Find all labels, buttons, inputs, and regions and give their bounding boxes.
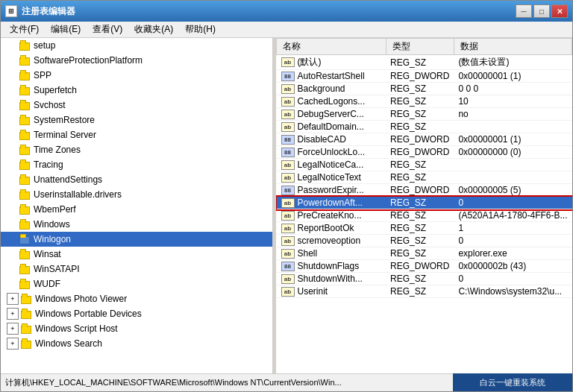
registry-type-cell: REG_SZ	[386, 95, 454, 108]
menu-file[interactable]: 文件(F)	[4, 22, 45, 37]
tree-item-wbemperf[interactable]: WbemPerf	[1, 202, 272, 217]
registry-type-cell: REG_SZ	[386, 247, 454, 260]
tree-label-wbemperf: WbemPerf	[34, 204, 76, 215]
tree-item-svchost[interactable]: Svchost	[1, 98, 272, 113]
tree-item-windows-script-host[interactable]: + Windows Script Host	[1, 321, 272, 336]
registry-type-cell: REG_SZ	[386, 159, 454, 171]
table-row[interactable]: abDebugServerC...REG_SZno	[277, 108, 572, 121]
expand-icon[interactable]: +	[7, 323, 19, 335]
registry-type-cell: REG_SZ	[386, 222, 454, 235]
table-row[interactable]: abLegalNoticeCa...REG_SZ	[277, 159, 572, 171]
table-row[interactable]: abPowerdownAft...REG_SZ0	[277, 197, 572, 209]
table-row[interactable]: 88DisableCADREG_DWORD0x00000001 (1)	[277, 133, 572, 146]
folder-icon	[20, 338, 32, 349]
window-icon: ⊞	[5, 5, 17, 17]
tree-label-tracing: Tracing	[34, 159, 63, 170]
tree-item-winlogon[interactable]: Winlogon	[1, 232, 272, 247]
registry-name-cell: 88ForceUnlockLo...	[277, 146, 386, 159]
registry-type-cell: REG_SZ	[386, 83, 454, 95]
registry-data-cell: 10	[454, 95, 572, 108]
tree-item-time-zones[interactable]: Time Zones	[1, 142, 272, 157]
registry-type-cell: REG_SZ	[386, 285, 454, 298]
tree-item-tracing[interactable]: Tracing	[1, 157, 272, 172]
tree-item-winsatapi[interactable]: WinSATAPI	[1, 262, 272, 276]
registry-name-cell: abUserinit	[277, 285, 386, 298]
folder-icon	[20, 309, 32, 319]
tree-item-winsat[interactable]: Winsat	[1, 247, 272, 262]
tree-item-spp[interactable]: SPP	[1, 68, 272, 83]
registry-type-cell: REG_DWORD	[386, 260, 454, 273]
tree-label-setup: setup	[34, 40, 55, 51]
close-button[interactable]: ✕	[551, 4, 568, 18]
table-row[interactable]: 88AutoRestartShellREG_DWORD0x00000001 (1…	[277, 70, 572, 83]
registry-name-cell: abLegalNoticeText	[277, 171, 386, 184]
table-row[interactable]: 88ForceUnlockLo...REG_DWORD0x00000000 (0…	[277, 146, 572, 159]
menu-view[interactable]: 查看(V)	[87, 22, 128, 37]
menu-edit[interactable]: 编辑(E)	[45, 22, 87, 37]
table-row[interactable]: ab(默认)REG_SZ(数值未设置)	[277, 55, 572, 70]
registry-name-cell: abDefaultDomain...	[277, 121, 386, 133]
registry-name-cell: 88DisableCAD	[277, 133, 386, 146]
registry-type-cell: REG_SZ	[386, 171, 454, 184]
tree-label-windows-search: Windows Search	[35, 338, 102, 349]
expand-icon[interactable]: +	[7, 338, 19, 350]
tree-item-userinstallable[interactable]: Userinstallable.drivers	[1, 187, 272, 202]
registry-tree[interactable]: setup SoftwareProtectionPlatform SPP Sup…	[1, 38, 273, 373]
tree-label-userinstallable: Userinstallable.drivers	[34, 189, 122, 200]
table-row[interactable]: abReportBootOkREG_SZ1	[277, 222, 572, 235]
registry-data-cell	[454, 159, 572, 171]
tree-item-windows-photo-viewer[interactable]: + Windows Photo Viewer	[1, 291, 272, 306]
folder-icon	[19, 70, 31, 80]
folder-icon	[19, 130, 31, 140]
table-row[interactable]: abUserinitREG_SZC:\Windows\system32\u...	[277, 285, 572, 298]
registry-data-cell: 1	[454, 222, 572, 235]
minimize-button[interactable]: ─	[516, 4, 532, 18]
tree-item-systemrestore[interactable]: SystemRestore	[1, 113, 272, 127]
tree-label-wudf: WUDF	[34, 279, 60, 289]
registry-name-cell: 88PasswordExpir...	[277, 184, 386, 197]
registry-name-cell: abDebugServerC...	[277, 108, 386, 121]
registry-data-cell: no	[454, 108, 572, 121]
tree-item-unattendsettings[interactable]: UnattendSettings	[1, 172, 272, 187]
table-row[interactable]: 88PasswordExpir...REG_DWORD0x00000005 (5…	[277, 184, 572, 197]
table-row[interactable]: 88ShutdownFlagsREG_DWORD0x0000002b (43)	[277, 260, 572, 273]
registry-name-cell: abShutdownWith...	[277, 273, 386, 285]
expand-icon[interactable]: +	[7, 308, 19, 320]
tree-item-windows-search[interactable]: + Windows Search	[1, 336, 272, 351]
registry-data-cell	[454, 121, 572, 133]
table-row[interactable]: abCachedLogons...REG_SZ10	[277, 95, 572, 108]
registry-name-cell: abShell	[277, 247, 386, 260]
table-row[interactable]: abPreCreateKno...REG_SZ(A520A1A4-1780-4F…	[277, 209, 572, 222]
registry-type-cell: REG_SZ	[386, 108, 454, 121]
table-row[interactable]: abShutdownWith...REG_SZ0	[277, 273, 572, 285]
expand-icon[interactable]: +	[7, 293, 19, 305]
registry-name-cell: abCachedLogons...	[277, 95, 386, 108]
logo: 白云一键重装系统	[453, 373, 572, 391]
table-row[interactable]: abBackgroundREG_SZ0 0 0	[277, 83, 572, 95]
menu-favorites[interactable]: 收藏夹(A)	[128, 22, 179, 37]
table-row[interactable]: abShellREG_SZexplorer.exe	[277, 247, 572, 260]
registry-data-cell: (数值未设置)	[454, 55, 572, 70]
tree-label-svchost: Svchost	[34, 100, 66, 110]
tree-item-software-protection[interactable]: SoftwareProtectionPlatform	[1, 53, 272, 68]
restore-button[interactable]: □	[533, 4, 550, 18]
tree-item-setup[interactable]: setup	[1, 38, 272, 53]
menu-help[interactable]: 帮助(H)	[179, 22, 222, 37]
tree-label-windows: Windows	[34, 219, 70, 230]
tree-item-windows[interactable]: Windows	[1, 217, 272, 232]
table-row[interactable]: abDefaultDomain...REG_SZ	[277, 121, 572, 133]
folder-icon	[19, 55, 31, 66]
registry-table-wrapper[interactable]: 名称 类型 数据 ab(默认)REG_SZ(数值未设置)88AutoRestar…	[276, 38, 572, 373]
tree-label-windows-script-host: Windows Script Host	[35, 323, 118, 334]
table-row[interactable]: abscremoveoptionREG_SZ0	[277, 235, 572, 247]
registry-data-cell: 0 0 0	[454, 83, 572, 95]
folder-icon	[19, 234, 31, 244]
folder-icon	[19, 174, 31, 185]
tree-item-terminal-server[interactable]: Terminal Server	[1, 127, 272, 142]
tree-item-superfetch[interactable]: Superfetch	[1, 83, 272, 98]
table-row[interactable]: abLegalNoticeTextREG_SZ	[277, 171, 572, 184]
tree-item-wudf[interactable]: WUDF	[1, 276, 272, 291]
registry-editor-window: ⊞ 注册表编辑器 ─ □ ✕ 文件(F) 编辑(E) 查看(V) 收藏夹(A) …	[0, 0, 573, 392]
registry-type-cell: REG_SZ	[386, 235, 454, 247]
tree-item-windows-portable-devices[interactable]: + Windows Portable Devices	[1, 306, 272, 321]
